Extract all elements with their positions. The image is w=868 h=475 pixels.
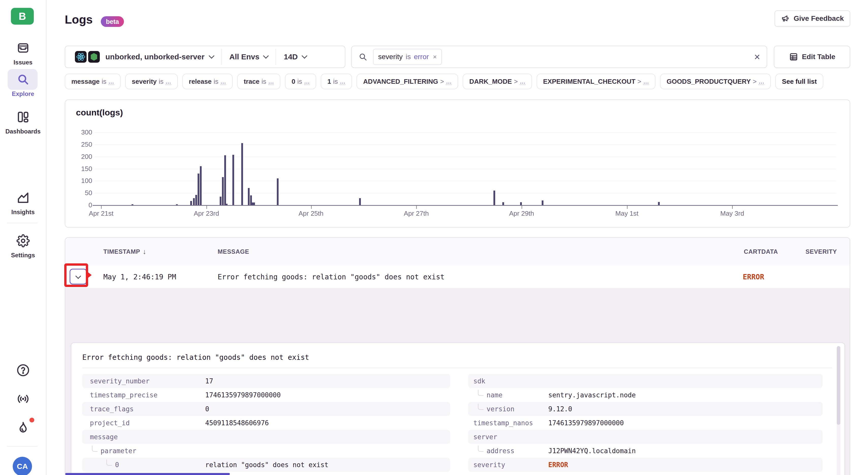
chip-operator: > (638, 78, 641, 86)
org-logo[interactable]: B (11, 8, 34, 25)
sidebar-item-explore[interactable]: Explore (0, 69, 46, 102)
help-button[interactable] (0, 363, 46, 377)
chart-bar (502, 202, 504, 205)
filter-chip-release[interactable]: releaseis... (182, 74, 232, 89)
chip-operator: is (261, 78, 267, 86)
attribute-key: message (82, 433, 205, 441)
search-filter-token[interactable]: severity is error × (373, 49, 442, 65)
filter-chip-dark_mode[interactable]: DARK_MODE>... (463, 74, 532, 89)
attribute-key: stack (468, 472, 548, 475)
chart-bar (658, 202, 660, 205)
tree-connector (106, 460, 112, 466)
logs-table: TIMESTAMP ↓ MESSAGE CARTDATA SEVERITY Ma… (65, 237, 850, 475)
y-axis-tick-0: 0 (70, 201, 92, 209)
date-range-selector[interactable]: 14D (284, 53, 298, 61)
chevron-down-icon (302, 53, 307, 59)
log-table-row[interactable]: May 1, 2:46:19 PM Error fetching goods: … (65, 266, 850, 288)
chip-operator: is (101, 78, 106, 86)
attribute-row-address: addressJ12PWN42YQ.localdomain (468, 444, 823, 458)
attribute-row-trace_flags: trace_flags0 (82, 402, 450, 416)
filter-chip-0[interactable]: 0is... (285, 74, 316, 89)
divider (221, 49, 222, 65)
filter-chip-experimental_checkout[interactable]: EXPERIMENTAL_CHECKOUT>... (536, 74, 655, 89)
sidebar-item-issues[interactable]: Issues (0, 38, 46, 66)
attribute-key: address (468, 447, 548, 455)
chip-value-placeholder: ... (520, 78, 525, 85)
attribute-key: trace_flags (82, 405, 205, 413)
row-expand-button[interactable] (70, 269, 87, 284)
x-axis-tick-mark (627, 206, 627, 209)
attribute-key: server (468, 433, 548, 441)
broadcast-icon (16, 392, 30, 406)
broadcast-button[interactable] (0, 392, 46, 406)
chip-key: 1 (327, 78, 331, 86)
filter-chip-trace[interactable]: traceis... (237, 74, 281, 89)
attribute-row-name: namesentry.javascript.node (468, 388, 823, 402)
environment-selector[interactable]: All Envs (229, 53, 259, 61)
gear-icon (0, 230, 46, 251)
x-axis-tick-label: Apr 21st (73, 210, 129, 217)
sidebar-item-settings[interactable]: Settings (0, 230, 46, 259)
attribute-value: J12PWN42YQ.localdomain (548, 447, 823, 455)
column-header-timestamp[interactable]: TIMESTAMP ↓ (103, 238, 147, 266)
search-input[interactable]: severity is error × × (351, 46, 767, 68)
tree-connector (478, 390, 484, 396)
attribute-value: 9.12.0 (548, 405, 823, 413)
edit-table-button[interactable]: Edit Table (774, 46, 850, 68)
filter-chip-severity[interactable]: severityis... (125, 74, 178, 89)
see-full-list-button[interactable]: See full list (775, 74, 823, 89)
attribute-row-project_id: project_id4509118548606976 (82, 416, 450, 430)
page-filter-bar[interactable]: unborked, unborked-server All Envs 14D (65, 46, 345, 68)
chart-bar (224, 155, 226, 205)
chip-value-placeholder: ... (269, 78, 274, 85)
attribute-row-sdk: sdk (468, 374, 823, 388)
attribute-value: 1746135979897000000 (548, 419, 823, 427)
sidebar-item-dashboards[interactable]: Dashboards (0, 107, 46, 135)
give-feedback-button[interactable]: Give Feedback (775, 10, 850, 27)
filter-chip-advanced_filtering[interactable]: ADVANCED_FILTERING>... (356, 74, 458, 89)
y-axis-tick-50: 50 (70, 189, 92, 197)
scrollbar-thumb[interactable] (837, 346, 840, 425)
attribute-key: project_id (82, 419, 205, 427)
chart-title: count(logs) (76, 108, 123, 117)
page-title: Logs (65, 13, 93, 26)
table-horizontal-scrollbar-thumb[interactable] (65, 473, 230, 475)
filter-chip-goods_productquery[interactable]: GOODS_PRODUCTQUERY>... (660, 74, 771, 89)
log-detail-title: Error fetching goods: relation "goods" d… (82, 353, 309, 362)
table-header: TIMESTAMP ↓ MESSAGE CARTDATA SEVERITY (65, 238, 850, 266)
chip-value-placeholder: ... (643, 78, 649, 85)
user-avatar[interactable]: CA (13, 457, 32, 475)
chip-value-placeholder: ... (758, 78, 764, 85)
attribute-key: severity_number (82, 377, 205, 385)
x-axis-line (93, 205, 838, 206)
token-value: error (414, 53, 429, 61)
tree-connector (478, 446, 484, 452)
column-header-cartdata[interactable]: CARTDATA (744, 238, 778, 266)
x-axis-tick-mark (311, 206, 312, 209)
whats-new-button[interactable] (0, 421, 46, 435)
project-selector[interactable]: unborked, unborked-server (105, 53, 205, 61)
gridline-100 (94, 181, 836, 181)
column-header-message[interactable]: MESSAGE (218, 238, 249, 266)
beta-badge: beta (101, 16, 124, 27)
y-axis-tick-150: 150 (70, 165, 92, 173)
filter-chip-1[interactable]: 1is... (321, 74, 352, 89)
chip-value-placeholder: ... (304, 78, 310, 85)
chevron-down-icon (209, 53, 215, 59)
detail-vertical-scrollbar[interactable] (837, 346, 840, 475)
search-icon (358, 52, 368, 61)
sidebar-item-insights[interactable]: Insights (0, 187, 46, 216)
attribute-row-timestamp_nanos: timestamp_nanos1746135979897000000 (468, 416, 823, 430)
chart-bar (241, 143, 243, 205)
column-header-severity[interactable]: SEVERITY (806, 238, 837, 266)
search-clear-button[interactable]: × (754, 52, 760, 62)
chip-value-placeholder: ... (340, 78, 345, 85)
chip-key: severity (132, 78, 157, 86)
x-axis-tick-mark (207, 206, 207, 209)
token-remove-icon[interactable]: × (433, 53, 437, 61)
chart-bar (277, 178, 279, 205)
x-axis-tick-label: Apr 25th (283, 210, 339, 217)
filter-chip-message[interactable]: messageis... (65, 74, 121, 89)
chip-key: message (71, 78, 99, 86)
chevron-down-icon (75, 273, 81, 279)
